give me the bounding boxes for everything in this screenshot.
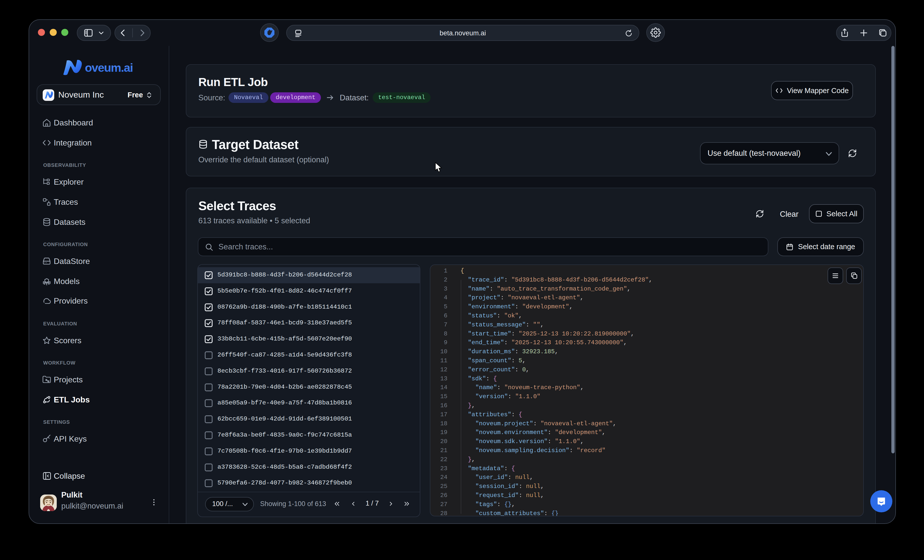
svg-text:oveum.ai: oveum.ai (85, 61, 133, 74)
